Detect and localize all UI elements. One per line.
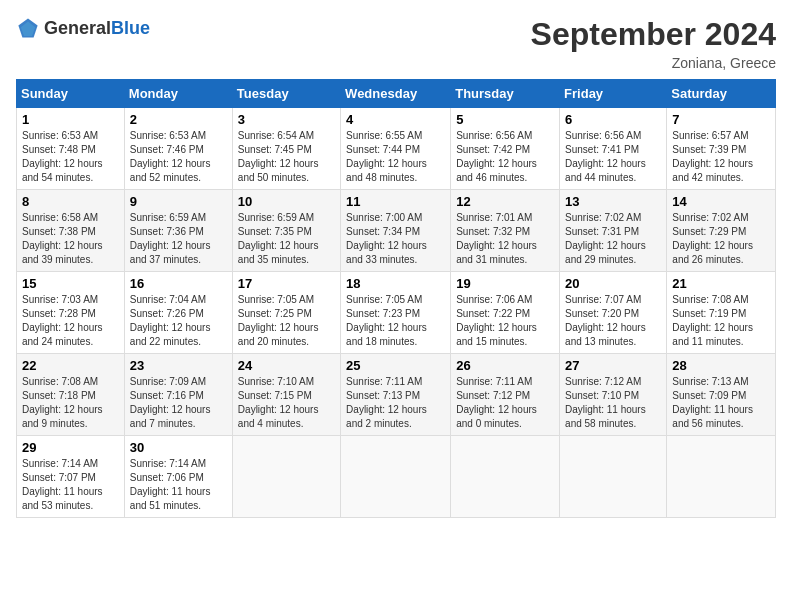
calendar-header-row: SundayMondayTuesdayWednesdayThursdayFrid… bbox=[17, 80, 776, 108]
column-header-friday: Friday bbox=[560, 80, 667, 108]
day-number: 22 bbox=[22, 358, 119, 373]
logo-icon bbox=[16, 16, 40, 40]
calendar-cell: 10Sunrise: 6:59 AMSunset: 7:35 PMDayligh… bbox=[232, 190, 340, 272]
day-info: Sunrise: 7:05 AMSunset: 7:23 PMDaylight:… bbox=[346, 293, 445, 349]
calendar-cell: 12Sunrise: 7:01 AMSunset: 7:32 PMDayligh… bbox=[451, 190, 560, 272]
calendar-cell: 8Sunrise: 6:58 AMSunset: 7:38 PMDaylight… bbox=[17, 190, 125, 272]
day-info: Sunrise: 7:14 AMSunset: 7:07 PMDaylight:… bbox=[22, 457, 119, 513]
calendar-cell: 19Sunrise: 7:06 AMSunset: 7:22 PMDayligh… bbox=[451, 272, 560, 354]
day-info: Sunrise: 6:57 AMSunset: 7:39 PMDaylight:… bbox=[672, 129, 770, 185]
calendar-cell: 9Sunrise: 6:59 AMSunset: 7:36 PMDaylight… bbox=[124, 190, 232, 272]
day-number: 15 bbox=[22, 276, 119, 291]
calendar-cell: 26Sunrise: 7:11 AMSunset: 7:12 PMDayligh… bbox=[451, 354, 560, 436]
day-number: 4 bbox=[346, 112, 445, 127]
column-header-monday: Monday bbox=[124, 80, 232, 108]
calendar-cell: 2Sunrise: 6:53 AMSunset: 7:46 PMDaylight… bbox=[124, 108, 232, 190]
logo-text-general: General bbox=[44, 18, 111, 38]
day-info: Sunrise: 7:12 AMSunset: 7:10 PMDaylight:… bbox=[565, 375, 661, 431]
day-info: Sunrise: 6:55 AMSunset: 7:44 PMDaylight:… bbox=[346, 129, 445, 185]
calendar-cell bbox=[232, 436, 340, 518]
day-info: Sunrise: 7:00 AMSunset: 7:34 PMDaylight:… bbox=[346, 211, 445, 267]
calendar-cell: 27Sunrise: 7:12 AMSunset: 7:10 PMDayligh… bbox=[560, 354, 667, 436]
day-info: Sunrise: 7:04 AMSunset: 7:26 PMDaylight:… bbox=[130, 293, 227, 349]
calendar-week-row: 15Sunrise: 7:03 AMSunset: 7:28 PMDayligh… bbox=[17, 272, 776, 354]
day-number: 29 bbox=[22, 440, 119, 455]
day-number: 6 bbox=[565, 112, 661, 127]
column-header-sunday: Sunday bbox=[17, 80, 125, 108]
calendar-cell bbox=[560, 436, 667, 518]
calendar-week-row: 1Sunrise: 6:53 AMSunset: 7:48 PMDaylight… bbox=[17, 108, 776, 190]
calendar-cell: 25Sunrise: 7:11 AMSunset: 7:13 PMDayligh… bbox=[341, 354, 451, 436]
day-info: Sunrise: 6:56 AMSunset: 7:41 PMDaylight:… bbox=[565, 129, 661, 185]
title-section: September 2024 Zoniana, Greece bbox=[531, 16, 776, 71]
day-info: Sunrise: 7:02 AMSunset: 7:29 PMDaylight:… bbox=[672, 211, 770, 267]
day-number: 16 bbox=[130, 276, 227, 291]
day-number: 13 bbox=[565, 194, 661, 209]
calendar-cell: 17Sunrise: 7:05 AMSunset: 7:25 PMDayligh… bbox=[232, 272, 340, 354]
calendar-cell: 24Sunrise: 7:10 AMSunset: 7:15 PMDayligh… bbox=[232, 354, 340, 436]
day-info: Sunrise: 6:59 AMSunset: 7:36 PMDaylight:… bbox=[130, 211, 227, 267]
day-info: Sunrise: 6:56 AMSunset: 7:42 PMDaylight:… bbox=[456, 129, 554, 185]
day-info: Sunrise: 7:07 AMSunset: 7:20 PMDaylight:… bbox=[565, 293, 661, 349]
logo: GeneralBlue bbox=[16, 16, 150, 40]
day-info: Sunrise: 7:05 AMSunset: 7:25 PMDaylight:… bbox=[238, 293, 335, 349]
calendar-cell bbox=[667, 436, 776, 518]
calendar-cell bbox=[451, 436, 560, 518]
calendar-cell: 28Sunrise: 7:13 AMSunset: 7:09 PMDayligh… bbox=[667, 354, 776, 436]
calendar-cell bbox=[341, 436, 451, 518]
column-header-thursday: Thursday bbox=[451, 80, 560, 108]
calendar-cell: 13Sunrise: 7:02 AMSunset: 7:31 PMDayligh… bbox=[560, 190, 667, 272]
day-info: Sunrise: 7:02 AMSunset: 7:31 PMDaylight:… bbox=[565, 211, 661, 267]
day-number: 18 bbox=[346, 276, 445, 291]
day-number: 3 bbox=[238, 112, 335, 127]
day-number: 30 bbox=[130, 440, 227, 455]
day-number: 21 bbox=[672, 276, 770, 291]
day-info: Sunrise: 6:53 AMSunset: 7:46 PMDaylight:… bbox=[130, 129, 227, 185]
day-number: 8 bbox=[22, 194, 119, 209]
location: Zoniana, Greece bbox=[531, 55, 776, 71]
calendar-cell: 11Sunrise: 7:00 AMSunset: 7:34 PMDayligh… bbox=[341, 190, 451, 272]
calendar-cell: 22Sunrise: 7:08 AMSunset: 7:18 PMDayligh… bbox=[17, 354, 125, 436]
calendar-cell: 18Sunrise: 7:05 AMSunset: 7:23 PMDayligh… bbox=[341, 272, 451, 354]
calendar-cell: 29Sunrise: 7:14 AMSunset: 7:07 PMDayligh… bbox=[17, 436, 125, 518]
calendar-cell: 1Sunrise: 6:53 AMSunset: 7:48 PMDaylight… bbox=[17, 108, 125, 190]
calendar-cell: 3Sunrise: 6:54 AMSunset: 7:45 PMDaylight… bbox=[232, 108, 340, 190]
day-number: 23 bbox=[130, 358, 227, 373]
column-header-saturday: Saturday bbox=[667, 80, 776, 108]
day-number: 26 bbox=[456, 358, 554, 373]
day-number: 14 bbox=[672, 194, 770, 209]
day-number: 19 bbox=[456, 276, 554, 291]
calendar-cell: 6Sunrise: 6:56 AMSunset: 7:41 PMDaylight… bbox=[560, 108, 667, 190]
day-number: 24 bbox=[238, 358, 335, 373]
day-info: Sunrise: 7:08 AMSunset: 7:18 PMDaylight:… bbox=[22, 375, 119, 431]
calendar-week-row: 29Sunrise: 7:14 AMSunset: 7:07 PMDayligh… bbox=[17, 436, 776, 518]
day-number: 5 bbox=[456, 112, 554, 127]
day-info: Sunrise: 7:11 AMSunset: 7:12 PMDaylight:… bbox=[456, 375, 554, 431]
calendar-cell: 7Sunrise: 6:57 AMSunset: 7:39 PMDaylight… bbox=[667, 108, 776, 190]
day-number: 7 bbox=[672, 112, 770, 127]
calendar-cell: 14Sunrise: 7:02 AMSunset: 7:29 PMDayligh… bbox=[667, 190, 776, 272]
column-header-wednesday: Wednesday bbox=[341, 80, 451, 108]
day-number: 20 bbox=[565, 276, 661, 291]
month-title: September 2024 bbox=[531, 16, 776, 53]
day-number: 1 bbox=[22, 112, 119, 127]
calendar-cell: 5Sunrise: 6:56 AMSunset: 7:42 PMDaylight… bbox=[451, 108, 560, 190]
day-number: 2 bbox=[130, 112, 227, 127]
day-info: Sunrise: 7:09 AMSunset: 7:16 PMDaylight:… bbox=[130, 375, 227, 431]
day-number: 11 bbox=[346, 194, 445, 209]
day-info: Sunrise: 7:11 AMSunset: 7:13 PMDaylight:… bbox=[346, 375, 445, 431]
day-number: 9 bbox=[130, 194, 227, 209]
day-info: Sunrise: 7:06 AMSunset: 7:22 PMDaylight:… bbox=[456, 293, 554, 349]
day-info: Sunrise: 7:13 AMSunset: 7:09 PMDaylight:… bbox=[672, 375, 770, 431]
calendar-cell: 30Sunrise: 7:14 AMSunset: 7:06 PMDayligh… bbox=[124, 436, 232, 518]
day-info: Sunrise: 7:03 AMSunset: 7:28 PMDaylight:… bbox=[22, 293, 119, 349]
day-info: Sunrise: 6:58 AMSunset: 7:38 PMDaylight:… bbox=[22, 211, 119, 267]
calendar-week-row: 8Sunrise: 6:58 AMSunset: 7:38 PMDaylight… bbox=[17, 190, 776, 272]
day-number: 25 bbox=[346, 358, 445, 373]
calendar-cell: 4Sunrise: 6:55 AMSunset: 7:44 PMDaylight… bbox=[341, 108, 451, 190]
calendar-cell: 23Sunrise: 7:09 AMSunset: 7:16 PMDayligh… bbox=[124, 354, 232, 436]
logo-text-blue: Blue bbox=[111, 18, 150, 38]
calendar-cell: 20Sunrise: 7:07 AMSunset: 7:20 PMDayligh… bbox=[560, 272, 667, 354]
day-info: Sunrise: 7:10 AMSunset: 7:15 PMDaylight:… bbox=[238, 375, 335, 431]
calendar-week-row: 22Sunrise: 7:08 AMSunset: 7:18 PMDayligh… bbox=[17, 354, 776, 436]
